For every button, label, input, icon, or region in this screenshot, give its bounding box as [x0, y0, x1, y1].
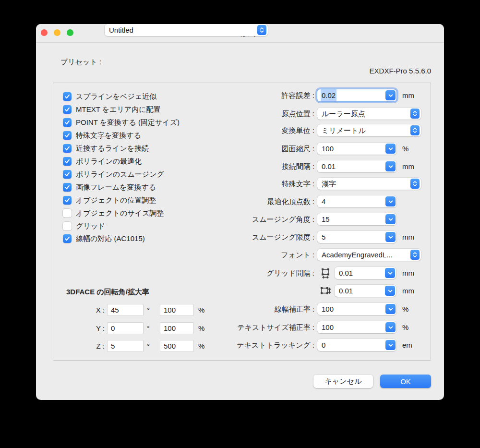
- face3d-row: Z : 5 ° 500 %: [36, 340, 257, 352]
- dropdown-button[interactable]: [385, 304, 396, 314]
- field-value: 漢字: [322, 178, 336, 190]
- dropdown-button[interactable]: [385, 286, 395, 296]
- field-control[interactable]: ルーラー原点: [317, 108, 421, 120]
- degree-unit-label: °: [147, 322, 150, 334]
- dropdown-button[interactable]: [410, 125, 420, 135]
- angle-field[interactable]: 0: [107, 322, 144, 334]
- dropdown-button[interactable]: [385, 161, 396, 171]
- field-value: ルーラー原点: [322, 108, 365, 120]
- field-row: 接続間隔 : 0.01 mm: [36, 160, 431, 173]
- field-value: 0.01: [339, 267, 353, 279]
- field-value: ミリメートル: [322, 124, 366, 136]
- field-row: 許容誤差 : 0.02 mm: [36, 89, 431, 102]
- field-label: 許容誤差 :: [36, 89, 314, 102]
- scale-field[interactable]: 100: [160, 304, 194, 316]
- field-label: 特殊文字 :: [36, 178, 314, 190]
- face3d-row: Y : 0 ° 100 %: [36, 322, 257, 334]
- field-control[interactable]: 0.02: [317, 89, 396, 101]
- field-value: 0.01: [339, 285, 353, 297]
- field-label: フォント :: [36, 249, 314, 261]
- preset-value: Untitled: [109, 24, 133, 36]
- field-control[interactable]: 0.01: [317, 160, 396, 172]
- dropdown-button[interactable]: [385, 144, 396, 154]
- scale-field[interactable]: 100: [160, 322, 194, 334]
- field-label: スムージング限度 :: [36, 231, 314, 243]
- angle-field[interactable]: 45: [107, 304, 144, 316]
- grid-spacing-horizontal-icon: [320, 268, 331, 278]
- field-label: スムージング角度 :: [36, 213, 314, 226]
- field-control[interactable]: 100: [317, 303, 396, 315]
- chevron-down-icon: [388, 199, 394, 205]
- chevron-down-icon: [388, 93, 394, 98]
- field-label: 原点位置 :: [36, 108, 314, 120]
- percent-unit-label: %: [198, 304, 204, 316]
- grid-spacing-vertical-icon: [320, 286, 331, 296]
- unit-label: %: [402, 303, 408, 315]
- cancel-button[interactable]: キャンセル: [313, 375, 373, 388]
- dropdown-button[interactable]: [410, 250, 420, 260]
- unit-label: mm: [402, 267, 414, 279]
- dropdown-button[interactable]: [385, 268, 395, 278]
- field-control[interactable]: ミリメートル: [317, 124, 421, 136]
- dropdown-button[interactable]: [385, 214, 396, 224]
- field-value: 100: [322, 321, 334, 333]
- field-control[interactable]: 0.01: [335, 285, 396, 297]
- field-control[interactable]: 漢字: [317, 178, 421, 190]
- dropdown-button[interactable]: [410, 109, 420, 119]
- unit-label: em: [402, 339, 412, 351]
- chevron-down-icon: [388, 342, 394, 348]
- dropdown-button[interactable]: [410, 179, 420, 189]
- field-control[interactable]: 0.01: [335, 267, 396, 279]
- field-value: 100: [322, 143, 334, 155]
- field-value: AcademyEngravedL...: [322, 249, 393, 261]
- field-control[interactable]: 100: [317, 143, 396, 155]
- chevron-up-down-icon: [412, 181, 418, 187]
- angle-field[interactable]: 5: [107, 340, 144, 352]
- axis-label: X :: [36, 304, 105, 316]
- field-value: 5: [322, 231, 325, 243]
- field-control[interactable]: AcademyEngravedL...: [317, 249, 421, 261]
- chevron-down-icon: [388, 164, 394, 170]
- chevron-up-down-icon: [412, 252, 418, 258]
- popup-stepper-icon: [257, 25, 266, 35]
- chevron-up-down-icon: [412, 127, 418, 133]
- dropdown-button[interactable]: [385, 340, 396, 350]
- chevron-down-icon: [388, 306, 394, 312]
- dropdown-button[interactable]: [385, 196, 396, 206]
- unit-label: mm: [402, 160, 414, 173]
- field-control[interactable]: 15: [317, 213, 396, 225]
- field-row: 原点位置 : ルーラー原点: [36, 108, 431, 120]
- chevron-down-icon: [388, 325, 394, 330]
- dropdown-button[interactable]: [385, 90, 396, 100]
- scale-field[interactable]: 500: [160, 340, 194, 352]
- face3d-row: X : 45 ° 100 %: [36, 304, 257, 316]
- field-row: 特殊文字 : 漢字: [36, 178, 431, 190]
- chevron-down-icon: [387, 270, 393, 276]
- axis-label: Y :: [36, 322, 105, 334]
- preset-label: プリセット :: [36, 55, 101, 68]
- ok-button[interactable]: OK: [380, 375, 431, 388]
- field-value: 0: [322, 339, 325, 351]
- field-control[interactable]: 4: [317, 195, 396, 207]
- preset-popup[interactable]: Untitled: [105, 24, 268, 36]
- chevron-down-icon: [387, 288, 393, 294]
- field-value: 4: [322, 195, 325, 207]
- field-row: 最適化頂点数 : 4: [36, 195, 431, 208]
- field-value: 0.02: [321, 89, 336, 101]
- dropdown-button[interactable]: [385, 232, 396, 242]
- field-label: 接続間隔 :: [36, 160, 314, 173]
- field-control[interactable]: 100: [317, 321, 396, 333]
- field-value: 15: [322, 213, 330, 225]
- dxf-format-dialog: DXF 形式 プリセット : Untitled EXDXF-Pro 5.5.6.…: [36, 24, 444, 400]
- dropdown-button[interactable]: [385, 322, 396, 332]
- field-control[interactable]: 5: [317, 231, 396, 243]
- field-control[interactable]: 0: [317, 339, 396, 351]
- chevron-down-icon: [388, 217, 394, 222]
- field-value: 0.01: [322, 160, 336, 172]
- field-row: フォント : AcademyEngravedL...: [36, 249, 431, 261]
- field-row: スムージング角度 : 15: [36, 213, 431, 226]
- field-label: 最適化頂点数 :: [36, 195, 314, 208]
- axis-label: Z :: [36, 340, 105, 352]
- chevron-down-icon: [388, 234, 394, 240]
- unit-label: %: [402, 143, 408, 155]
